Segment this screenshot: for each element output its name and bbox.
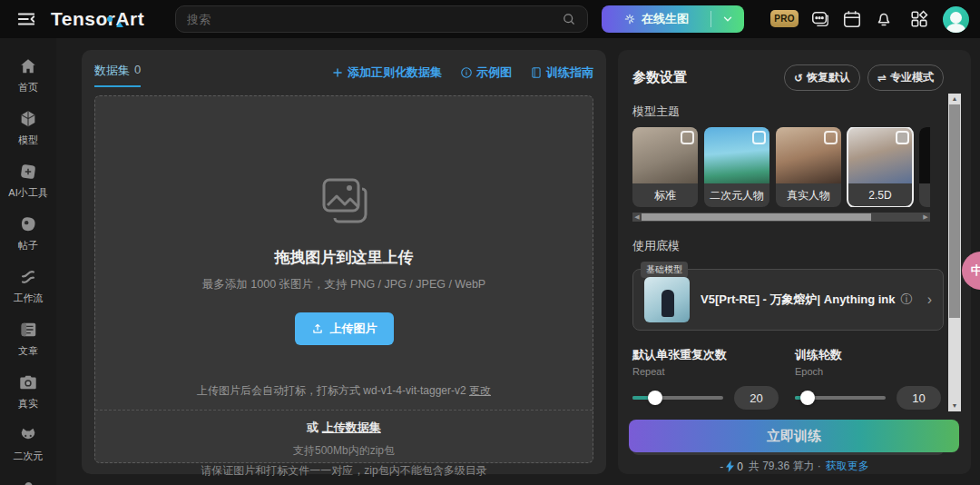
brand-accent-triangle [116,22,123,27]
brand-logo-text: TensorArt [51,8,144,29]
article-icon [18,320,38,340]
theme-card-custom[interactable]: 自定义 [919,127,930,207]
sidebar-item-home[interactable]: 首页 [18,56,38,94]
theme-card-standard[interactable]: 标准 [632,127,698,207]
theme-card-label: 真实人物 [776,183,841,207]
ai-tools-icon [18,162,38,182]
sidebar-item-articles[interactable]: 文章 [18,320,38,358]
sidebar-item-label: 首页 [18,81,38,94]
upload-dataset-link[interactable]: 上传数据集 [322,421,381,434]
notifications-bell-icon[interactable] [874,9,894,29]
theme-card-anime-character[interactable]: 二次元人物 [704,127,769,207]
tab-dataset[interactable]: 数据集 0 [94,63,141,87]
panel-vertical-scrollbar[interactable]: ▲ ▼ [948,94,961,411]
change-tagger-link[interactable]: 更改 [469,384,491,397]
base-model-badge: 基础模型 [641,262,688,278]
scroll-down-arrow[interactable]: ▼ [948,401,961,411]
add-regularization-label: 添加正则化数据集 [348,64,442,81]
scroll-right-arrow[interactable]: ▶ [921,213,930,222]
search-box[interactable] [175,5,588,33]
brand-accent-dot [107,16,113,22]
params-panel: 参数设置 ↺ 恢复默认 ⇌ 专业模式 模型主题 标准 二次元人物 真实人 [618,50,971,474]
sidebar-item-workflow[interactable]: 工作流 [14,267,44,305]
add-regularization-link[interactable]: 添加正则化数据集 [331,64,442,81]
sidebar-item-label: 帖子 [18,239,38,252]
sidebar-item-ufo[interactable] [18,478,38,485]
info-icon[interactable]: ⓘ [901,292,913,308]
apps-grid-icon[interactable] [909,9,929,29]
theme-thumbnail [919,127,930,183]
avatar-body-shape [946,24,965,33]
messages-icon[interactable] [810,9,830,29]
theme-checkbox[interactable] [824,131,838,144]
reset-default-button[interactable]: ↺ 恢复默认 [784,64,860,91]
epoch-slider-thumb[interactable] [800,391,815,405]
search-input[interactable] [187,13,562,26]
theme-checkbox[interactable] [752,131,766,144]
sidebar-item-models[interactable]: 模型 [18,109,38,147]
dashed-divider [95,410,593,411]
reset-default-label: 恢复默认 [807,70,850,85]
online-generate-button[interactable]: 在线生图 [602,5,744,33]
or-text: 或 [307,421,318,434]
posts-icon [18,214,38,234]
scroll-left-arrow[interactable]: ◀ [632,213,642,222]
image-dropzone[interactable]: 拖拽图片到这里上传 最多添加 1000 张图片，支持 PNG / JPG / J… [94,95,593,463]
events-calendar-icon[interactable] [842,9,862,29]
base-model-name: V5[Prt-RE] - 万象熔炉| Anything ink [701,292,896,308]
sidebar-item-ai-tools[interactable]: AI小工具 [8,162,47,200]
credits-text: 共 79.36 算力 · [749,459,821,474]
theme-checkbox-checked[interactable] [896,131,909,144]
sidebar-item-realistic[interactable]: 真实 [18,372,38,411]
epoch-value-input[interactable]: 10 [897,386,941,410]
theme-horizontal-scrollbar[interactable]: ◀ ▶ [632,213,930,222]
training-guide-label: 训练指南 [546,64,593,81]
pro-badge[interactable]: PRO [770,10,799,27]
sidebar-item-label: 工作流 [14,292,44,305]
chevron-down-icon [721,13,734,25]
repeat-slider-thumb[interactable] [648,391,662,405]
repeat-slider[interactable] [632,396,723,400]
upload-images-button[interactable]: 上传图片 [295,312,394,345]
theme-checkbox[interactable] [681,131,694,144]
base-model-label: 使用底模 [632,238,971,254]
sidebar-item-anime[interactable]: 二次元 [14,425,44,463]
lightning-icon [725,460,735,472]
scrollbar-thumb[interactable] [949,104,960,318]
repeat-label: 默认单张重复次数 [632,347,780,363]
generate-dropdown-button[interactable] [711,13,744,25]
pro-mode-label: 专业模式 [890,70,934,85]
info-circle-icon [460,66,473,79]
example-image-link[interactable]: 示例图 [460,64,512,81]
sidebar-item-posts[interactable]: 帖子 [18,214,38,252]
auto-tag-note: 上传图片后会自动打标，打标方式 wd-v1-4-vit-tagger-v2 更改 [197,383,491,399]
upload-zip-row: 或 上传数据集 [307,420,381,436]
epoch-slider[interactable] [795,396,886,400]
scroll-up-arrow[interactable]: ▲ [948,94,961,104]
scrollbar-thumb[interactable] [642,213,871,221]
sidebar-item-label: 二次元 [14,450,44,463]
training-guide-link[interactable]: 训练指南 [530,64,593,81]
tab-dataset-label: 数据集 [94,63,130,79]
search-icon[interactable] [562,12,576,26]
base-model-card[interactable]: 基础模型 V5[Prt-RE] - 万象熔炉| Anything ink ⓘ › [632,269,944,331]
sidebar-toggle-icon[interactable] [16,9,36,29]
params-title: 参数设置 [632,69,687,86]
upload-icon [311,322,324,335]
credits-minus: - [720,460,723,473]
sidebar-item-label: 真实 [18,397,38,411]
dropzone-hint: 最多添加 1000 张图片，支持 PNG / JPG / JPEG / WebP [202,277,485,292]
repeat-value-input[interactable]: 20 [734,386,779,410]
zip-hint-1: 支持500Mb内的zip包 [293,443,395,459]
swap-icon: ⇌ [877,72,887,84]
home-icon [18,56,38,76]
get-more-credits-link[interactable]: 获取更多 [826,459,869,474]
theme-card-real-person[interactable]: 真实人物 [776,127,841,207]
pro-mode-button[interactable]: ⇌ 专业模式 [867,64,944,91]
theme-card-25d-selected[interactable]: 2.5D [848,127,913,207]
user-avatar[interactable] [943,6,969,33]
brand-logo[interactable]: TensorArt [51,8,144,30]
theme-card-label: 标准 [632,183,698,207]
credits-value: 0 [737,460,743,473]
train-now-button[interactable]: 立即训练 [629,420,959,452]
